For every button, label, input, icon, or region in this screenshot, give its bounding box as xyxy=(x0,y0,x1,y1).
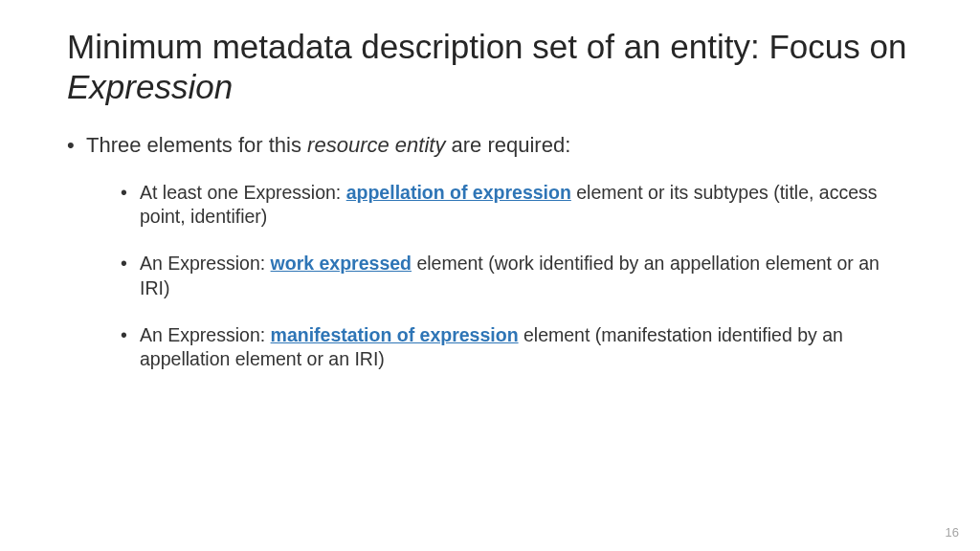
slide-content: Minimum metadata description set of an e… xyxy=(0,0,980,433)
sub-bullet-item-1: At least one Expression: appellation of … xyxy=(121,181,913,230)
main-bullet-list: Three elements for this resource entity … xyxy=(67,132,913,372)
sub-bullet-item-2: An Expression: work expressed element (w… xyxy=(121,252,913,300)
main-bullet-item: Three elements for this resource entity … xyxy=(67,132,913,372)
sub3-pre: An Expression: xyxy=(140,324,271,345)
link-manifestation-of-expression[interactable]: manifestation of expression xyxy=(271,324,519,345)
title-text: Minimum metadata description set of an e… xyxy=(67,28,906,65)
main-bullet-pre: Three elements for this xyxy=(86,133,307,157)
sub-bullet-list: At least one Expression: appellation of … xyxy=(86,181,913,372)
sub1-pre: At least one Expression: xyxy=(140,182,346,203)
sub2-pre: An Expression: xyxy=(140,253,271,274)
sub-bullet-item-3: An Expression: manifestation of expressi… xyxy=(121,323,913,372)
link-work-expressed[interactable]: work expressed xyxy=(271,253,412,274)
page-number: 16 xyxy=(946,525,959,540)
main-bullet-post: are required: xyxy=(445,133,570,157)
slide-title: Minimum metadata description set of an e… xyxy=(67,27,913,107)
link-appellation-of-expression[interactable]: appellation of expression xyxy=(346,182,571,203)
title-italic: Expression xyxy=(67,68,233,105)
main-bullet-italic: resource entity xyxy=(307,133,445,157)
